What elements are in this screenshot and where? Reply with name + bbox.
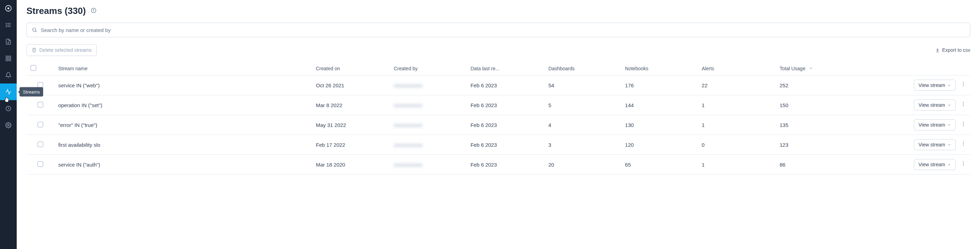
row-checkbox[interactable] <box>38 141 43 147</box>
svg-rect-13 <box>9 59 11 61</box>
col-header-total-usage[interactable]: Total Usage <box>775 62 857 76</box>
cell-name[interactable]: operation IN ("set") <box>54 95 312 115</box>
svg-point-6 <box>6 25 6 25</box>
cell-name[interactable]: service IN ("web") <box>54 76 312 95</box>
view-stream-label: View stream <box>918 142 945 147</box>
svg-point-23 <box>963 82 964 83</box>
cell-dashboards: 4 <box>544 115 621 135</box>
svg-point-1 <box>7 7 10 10</box>
select-all-checkbox[interactable] <box>30 65 36 71</box>
cell-name[interactable]: first availability slo <box>54 135 312 155</box>
tooltip-streams: Streams <box>19 87 43 97</box>
cell-data-last: Feb 6 2023 <box>466 115 544 135</box>
svg-rect-10 <box>6 56 8 58</box>
streams-table: Stream name Created on Created by Data l… <box>27 62 970 174</box>
view-stream-button[interactable]: View stream <box>914 159 956 170</box>
trash-icon <box>32 48 37 52</box>
cell-created-on: Mar 8 2022 <box>312 95 390 115</box>
delete-selected-button[interactable]: Delete selected streams <box>27 44 97 56</box>
view-stream-button[interactable]: View stream <box>914 100 956 111</box>
svg-point-33 <box>963 143 964 144</box>
actions-row: Delete selected streams Export to csv <box>27 44 970 56</box>
table-row: operation IN ("set")Mar 8 2022xxxxxxxxxx… <box>27 95 970 115</box>
sidebar-logo[interactable] <box>0 0 17 17</box>
cell-notebooks: 130 <box>621 115 697 135</box>
cell-name[interactable]: service IN ("auth") <box>54 155 312 174</box>
info-icon[interactable] <box>91 8 96 14</box>
more-options-button[interactable] <box>961 122 966 128</box>
cell-alerts: 0 <box>697 135 775 155</box>
row-checkbox[interactable] <box>38 161 43 167</box>
row-checkbox[interactable] <box>38 82 43 88</box>
cell-alerts: 22 <box>697 76 775 95</box>
more-options-button[interactable] <box>961 82 966 88</box>
cell-name[interactable]: "error" IN ("true") <box>54 115 312 135</box>
view-stream-button[interactable]: View stream <box>914 79 956 91</box>
chevron-down-icon <box>947 123 951 127</box>
chevron-down-icon <box>947 103 951 107</box>
cell-dashboards: 5 <box>544 95 621 115</box>
sidebar-item-streams[interactable]: Streams <box>0 84 17 100</box>
search-input[interactable] <box>41 27 965 33</box>
row-checkbox[interactable] <box>38 122 43 127</box>
svg-point-34 <box>963 145 964 146</box>
table-row: service IN ("auth")Mar 18 2020xxxxxxxxxx… <box>27 155 970 174</box>
sidebar-item-list[interactable] <box>0 17 17 33</box>
sidebar-item-time[interactable] <box>0 100 17 117</box>
cell-created-on: Oct 26 2021 <box>312 76 390 95</box>
more-options-button[interactable] <box>961 161 966 167</box>
svg-point-18 <box>93 9 94 10</box>
view-stream-button[interactable]: View stream <box>914 119 956 130</box>
svg-point-28 <box>963 105 964 106</box>
svg-point-19 <box>33 28 36 31</box>
more-options-button[interactable] <box>961 102 966 108</box>
view-stream-button[interactable]: View stream <box>914 139 956 150</box>
svg-point-30 <box>963 124 964 124</box>
svg-point-7 <box>6 27 6 27</box>
view-stream-label: View stream <box>918 82 945 88</box>
svg-point-29 <box>963 122 964 122</box>
view-stream-label: View stream <box>918 102 945 108</box>
more-options-button[interactable] <box>961 141 966 147</box>
chevron-down-icon <box>947 163 951 167</box>
col-header-created-by[interactable]: Created by <box>390 62 466 76</box>
sidebar-item-document[interactable] <box>0 33 17 50</box>
export-csv-link[interactable]: Export to csv <box>935 47 970 53</box>
svg-line-20 <box>35 31 37 32</box>
table-row: first availability sloFeb 17 2022xxxxxxx… <box>27 135 970 155</box>
table-header-row: Stream name Created on Created by Data l… <box>27 62 970 76</box>
view-stream-label: View stream <box>918 122 945 128</box>
table-row: service IN ("web")Oct 26 2021xxxxxxxxxxx… <box>27 76 970 95</box>
sidebar-item-alerts[interactable] <box>0 67 17 84</box>
col-header-name[interactable]: Stream name <box>54 62 312 76</box>
page-title: Streams (330) <box>27 6 86 16</box>
chevron-down-icon <box>947 84 951 87</box>
col-header-dashboards[interactable]: Dashboards <box>544 62 621 76</box>
svg-point-27 <box>963 104 964 104</box>
col-header-alerts[interactable]: Alerts <box>697 62 775 76</box>
search-box[interactable] <box>27 22 970 37</box>
export-label: Export to csv <box>942 47 970 53</box>
svg-point-5 <box>6 23 6 24</box>
sidebar-item-dashboards[interactable] <box>0 50 17 67</box>
svg-point-15 <box>8 125 10 126</box>
cell-notebooks: 65 <box>621 155 697 174</box>
cell-alerts: 1 <box>697 115 775 135</box>
cell-data-last: Feb 6 2023 <box>466 95 544 115</box>
svg-point-25 <box>963 86 964 86</box>
sidebar: Streams <box>0 0 17 249</box>
cell-created-by: xxxxxxxxxxx <box>390 76 466 95</box>
row-checkbox[interactable] <box>38 102 43 108</box>
col-header-data-last[interactable]: Data last re... <box>466 62 544 76</box>
search-icon <box>32 27 37 33</box>
svg-point-36 <box>963 163 964 164</box>
cell-data-last: Feb 6 2023 <box>466 76 544 95</box>
download-icon <box>935 48 940 52</box>
cell-alerts: 1 <box>697 155 775 174</box>
cell-total-usage: 86 <box>775 155 857 174</box>
col-header-created-on[interactable]: Created on <box>312 62 390 76</box>
cell-created-by: xxxxxxxxxxx <box>390 155 466 174</box>
sidebar-item-settings[interactable] <box>0 117 17 133</box>
col-header-notebooks[interactable]: Notebooks <box>621 62 697 76</box>
cell-total-usage: 135 <box>775 115 857 135</box>
